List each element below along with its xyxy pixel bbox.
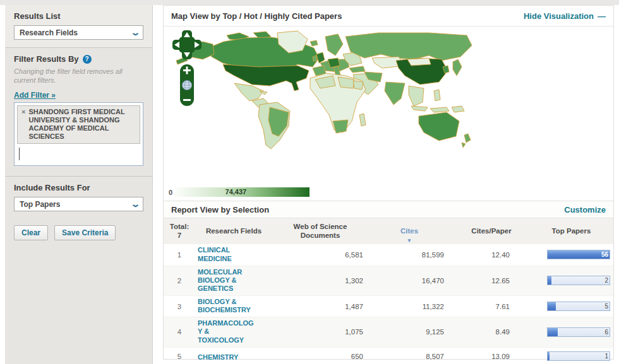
results-list-section: Results List Research Fields ⌄: [5, 5, 152, 48]
add-filter-link[interactable]: Add Filter »: [14, 91, 56, 100]
top-papers-value: 1: [604, 353, 608, 360]
row-rank: 5: [164, 353, 195, 360]
cites-per-paper-value: 13.09: [450, 353, 532, 360]
wos-documents-value: 1,487: [272, 303, 368, 310]
research-field-link[interactable]: CLINICAL MEDICINE: [195, 246, 232, 262]
pan-right-button[interactable]: [191, 40, 201, 50]
top-papers-bar-fill: [548, 250, 610, 259]
minus-icon: —: [598, 11, 606, 21]
legend-max: 74,437: [225, 188, 247, 196]
map-legend: 0 74,437: [169, 187, 310, 197]
top-papers-value: 6: [604, 329, 608, 336]
top-papers-bar-fill: [548, 352, 550, 360]
column-header-wos-documents[interactable]: Web of Science Documents: [272, 223, 368, 240]
chevron-down-icon: ⌄: [130, 30, 140, 36]
table-row: 4 PHARMACOLOG Y & TOXICOLOGY 1,075 9,125…: [164, 317, 613, 347]
top-papers-bar: 6: [547, 327, 610, 337]
map-controls: [172, 30, 203, 109]
top-papers-value: 5: [604, 303, 608, 310]
cites-value: 81,599: [368, 251, 450, 259]
top-papers-bar: 2: [547, 276, 610, 285]
clear-button[interactable]: Clear: [14, 225, 48, 240]
zoom-out-button[interactable]: [183, 99, 191, 101]
table-row: 1 CLINICAL MEDICINE 6,581 81,599 12.40 5…: [164, 244, 613, 266]
filter-input[interactable]: [17, 144, 140, 164]
wos-documents-value: 6,581: [272, 251, 368, 259]
include-results-section: Include Results For Top Papers ⌄ Clear S…: [5, 177, 152, 248]
filter-title: Filter Results By: [14, 54, 79, 64]
zoom-control: [180, 64, 194, 106]
top-papers-value: 56: [601, 251, 608, 258]
pan-control: [172, 30, 201, 59]
top-papers-bar: 1: [547, 351, 610, 361]
top-strip: [0, 0, 619, 5]
results-list-label: Results List: [14, 11, 143, 21]
column-header-research-fields[interactable]: Research Fields: [195, 227, 272, 236]
table-row: 3 BIOLOGY & BIOCHEMISTRY 1,487 11,322 7.…: [164, 296, 613, 317]
main-panel: Map View by Top / Hot / Highly Cited Pap…: [163, 5, 614, 360]
report-title: Report View by Selection: [171, 205, 269, 214]
report-header: Report View by Selection Customize: [164, 201, 613, 218]
globe-reset-button[interactable]: [183, 81, 192, 90]
top-papers-value: 2: [604, 277, 608, 284]
table-row: 2 MOLECULAR BIOLOGY & GENETICS 1,302 16,…: [164, 266, 613, 296]
sidebar: Results List Research Fields ⌄ Filter Re…: [5, 5, 153, 364]
pan-left-button[interactable]: [172, 40, 183, 50]
table-row: 5 CHEMISTRY 650 8,507 13.09 1: [164, 348, 613, 364]
pan-up-button[interactable]: [182, 30, 192, 40]
legend-gradient-bar: 74,437: [176, 187, 310, 197]
wos-documents-value: 1,075: [272, 328, 368, 336]
map-title: Map View by Top / Hot / Highly Cited Pap…: [171, 11, 342, 21]
help-icon[interactable]: ?: [83, 55, 92, 64]
sort-down-icon: ▾: [408, 237, 411, 244]
esi-app: Results List Research Fields ⌄ Filter Re…: [0, 0, 619, 364]
column-header-top-papers[interactable]: Top Papers: [532, 227, 615, 236]
wos-documents-value: 650: [272, 353, 368, 360]
top-papers-bar-fill: [548, 276, 551, 285]
cites-per-paper-value: 12.65: [450, 277, 532, 285]
include-results-label: Include Results For: [14, 183, 143, 192]
hide-visualization-link[interactable]: Hide Visualization —: [524, 11, 606, 21]
row-rank: 4: [164, 328, 195, 336]
filter-box[interactable]: × SHANDONG FIRST MEDICAL UNIVERSITY & SH…: [14, 102, 143, 167]
table-header-row: Total: 7 Research Fields Web of Science …: [164, 218, 613, 244]
column-header-cites-per-paper[interactable]: Cites/Paper: [450, 227, 532, 236]
row-rank: 3: [164, 303, 195, 310]
chevron-down-icon: ⌄: [130, 201, 140, 208]
cites-value: 8,507: [368, 353, 450, 360]
cites-value: 11,322: [368, 303, 450, 310]
top-papers-bar-fill: [548, 328, 558, 336]
cites-per-paper-value: 8.49: [450, 328, 532, 336]
include-results-dropdown[interactable]: Top Papers ⌄: [14, 197, 143, 211]
research-field-link[interactable]: BIOLOGY & BIOCHEMISTRY: [195, 298, 251, 314]
research-field-link[interactable]: PHARMACOLOG Y & TOXICOLOGY: [195, 319, 254, 344]
customize-link[interactable]: Customize: [564, 205, 606, 214]
filter-tag: × SHANDONG FIRST MEDICAL UNIVERSITY & SH…: [17, 105, 140, 144]
column-header-cites[interactable]: Cites ▾: [368, 218, 450, 244]
map-header: Map View by Top / Hot / Highly Cited Pap…: [164, 6, 613, 26]
row-rank: 2: [164, 277, 195, 285]
filter-tag-label: SHANDONG FIRST MEDICAL UNIVERSITY & SHAN…: [28, 108, 136, 141]
results-list-dropdown[interactable]: Research Fields ⌄: [14, 25, 143, 40]
world-map[interactable]: [164, 28, 613, 185]
text-caret: [19, 148, 20, 160]
top-papers-bar: 5: [547, 302, 610, 311]
legend-min: 0: [169, 189, 172, 196]
save-criteria-button[interactable]: Save Criteria: [54, 225, 116, 240]
hide-visualization-label: Hide Visualization: [524, 11, 594, 21]
cites-value: 16,470: [368, 277, 450, 285]
wos-documents-value: 1,302: [272, 277, 368, 285]
research-field-link[interactable]: MOLECULAR BIOLOGY & GENETICS: [195, 268, 242, 293]
include-results-selected: Top Papers: [20, 200, 60, 209]
total-header: Total: 7: [164, 223, 195, 240]
row-rank: 1: [164, 251, 195, 259]
top-papers-bar: 56: [547, 250, 610, 259]
top-papers-bar-fill: [548, 302, 556, 310]
filter-section: Filter Results By ? Changing the filter …: [5, 48, 152, 177]
cites-per-paper-value: 12.40: [450, 251, 532, 259]
pan-down-button[interactable]: [182, 49, 192, 59]
research-field-link[interactable]: CHEMISTRY: [195, 353, 238, 361]
map-area: 0 74,437: [164, 26, 613, 201]
remove-tag-icon[interactable]: ×: [21, 108, 25, 141]
filter-note: Changing the filter field removes all cu…: [14, 67, 143, 85]
